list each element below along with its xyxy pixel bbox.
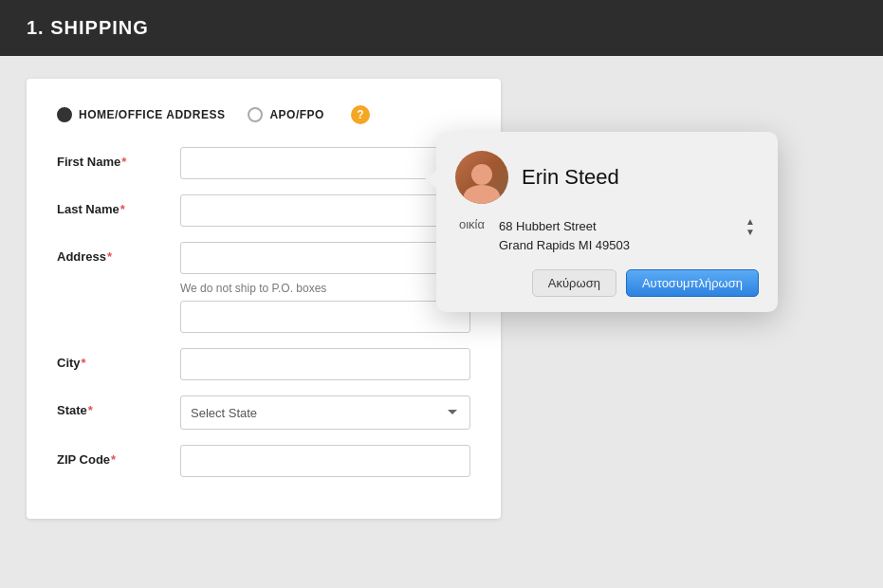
first-name-required: *	[121, 155, 126, 169]
home-office-radio[interactable]	[57, 107, 72, 122]
popup-address-line1: 68 Hubbert Street	[499, 217, 732, 236]
stepper-down-icon[interactable]: ▼	[745, 228, 755, 237]
address-type-row: HOME/OFFICE ADDRESS APO/FPO ?	[57, 105, 470, 124]
page-header: 1. SHIPPING	[0, 0, 883, 56]
popup-address-row: οικία 68 Hubbert Street Grand Rapids MI …	[455, 217, 759, 254]
page-title: 1. SHIPPING	[27, 17, 149, 39]
help-icon[interactable]: ?	[351, 105, 370, 124]
autofill-button[interactable]: Αυτοσυμπλήρωση	[626, 269, 759, 297]
last-name-label: Last Name*	[57, 194, 180, 216]
cancel-button[interactable]: Ακύρωση	[532, 269, 616, 297]
city-field-col	[180, 348, 470, 380]
address-row: Address* We do not ship to P.O. boxes	[57, 242, 470, 333]
home-office-label: HOME/OFFICE ADDRESS	[79, 108, 225, 121]
first-name-row: First Name*	[57, 147, 470, 179]
address-hint: We do not ship to P.O. boxes	[180, 282, 470, 295]
form-card: HOME/OFFICE ADDRESS APO/FPO ? First Name…	[27, 79, 501, 519]
apo-fpo-radio[interactable]	[248, 107, 263, 122]
apo-fpo-option[interactable]: APO/FPO	[248, 107, 324, 122]
stepper-up-icon[interactable]: ▲	[745, 217, 755, 227]
address-required: *	[107, 249, 112, 264]
address-field-col: We do not ship to P.O. boxes	[180, 242, 470, 333]
step-number: 1.	[27, 17, 45, 38]
home-office-option[interactable]: HOME/OFFICE ADDRESS	[57, 107, 225, 122]
last-name-input[interactable]	[180, 194, 470, 227]
apo-fpo-label: APO/FPO	[269, 108, 324, 121]
popup-user-row: Erin Steed	[455, 151, 759, 204]
state-row: State* Select State Alabama Alaska Michi…	[57, 395, 470, 430]
state-field-col: Select State Alabama Alaska Michigan Cal…	[180, 395, 470, 430]
state-label: State*	[57, 395, 180, 417]
state-required: *	[88, 403, 93, 417]
zip-field-col	[180, 445, 470, 477]
popup-actions: Ακύρωση Αυτοσυμπλήρωση	[455, 269, 759, 297]
city-label: City*	[57, 348, 180, 370]
last-name-field-col	[180, 194, 470, 227]
city-row: City*	[57, 348, 470, 380]
avatar	[455, 151, 508, 204]
popup-address-text: 68 Hubbert Street Grand Rapids MI 49503	[499, 217, 732, 254]
zip-input[interactable]	[180, 445, 470, 477]
address-label: Address*	[57, 242, 180, 264]
address-input-1[interactable]	[180, 242, 470, 274]
popup-address-line2: Grand Rapids MI 49503	[499, 236, 732, 255]
zip-label: ZIP Code*	[57, 445, 180, 467]
city-input[interactable]	[180, 348, 470, 380]
main-content: HOME/OFFICE ADDRESS APO/FPO ? First Name…	[0, 56, 883, 542]
step-title: SHIPPING	[50, 17, 149, 38]
popup-user-name: Erin Steed	[522, 165, 619, 190]
last-name-row: Last Name*	[57, 194, 470, 227]
zip-required: *	[111, 452, 116, 467]
city-required: *	[82, 356, 86, 370]
popup-address-type-label: οικία	[459, 217, 489, 231]
autofill-popup: Erin Steed οικία 68 Hubbert Street Grand…	[436, 132, 778, 312]
zip-row: ZIP Code*	[57, 445, 470, 477]
last-name-required: *	[120, 202, 125, 216]
address-input-2[interactable]	[180, 301, 470, 333]
state-select[interactable]: Select State Alabama Alaska Michigan Cal…	[180, 395, 470, 430]
first-name-label: First Name*	[57, 147, 180, 169]
address-stepper[interactable]: ▲ ▼	[745, 217, 755, 237]
